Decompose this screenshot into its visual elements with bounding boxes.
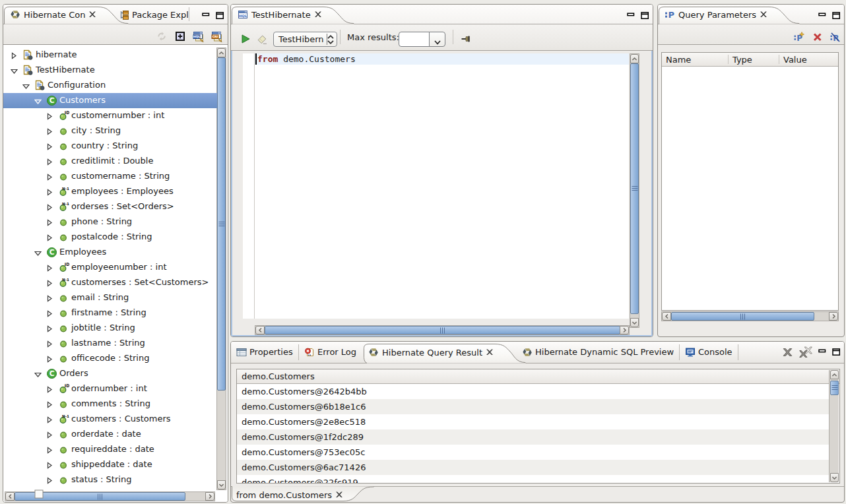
tab-hibernate-query-result[interactable]: Hibernate Query Result <box>362 342 500 363</box>
tree-item-requireddate[interactable]: requireddate : date <box>3 442 228 457</box>
tree-item-jobtitle[interactable]: jobtitle : String <box>3 321 228 336</box>
tab-query-parameters[interactable]: P Query Parameters <box>659 5 774 24</box>
tree-item-ordernumber[interactable]: IDordernumber : int <box>3 381 228 396</box>
expander-collapsed-icon[interactable] <box>46 400 53 410</box>
expander-collapsed-icon[interactable] <box>46 340 53 350</box>
tree-item-testhibernate[interactable]: TestHibernate <box>3 63 228 78</box>
maximize-view-button[interactable] <box>216 11 224 18</box>
result-column-header[interactable]: demo.Customers <box>237 369 839 383</box>
tree-item-status[interactable]: status : String <box>3 472 228 488</box>
scroll-up-button[interactable] <box>830 370 839 379</box>
tree-item-orderdate[interactable]: orderdate : date <box>3 427 228 442</box>
tab-error-log[interactable]: Error Log <box>300 343 361 361</box>
maximize-view-button[interactable] <box>641 11 649 18</box>
minimize-view-button[interactable] <box>202 11 211 18</box>
minimize-view-button[interactable] <box>627 11 635 18</box>
expander-collapsed-icon[interactable] <box>46 385 53 395</box>
run-query-icon[interactable] <box>240 33 250 44</box>
tab-properties[interactable]: Properties <box>232 343 298 361</box>
tree-item-customernumber[interactable]: IDcustomernumber : int <box>3 108 228 123</box>
tree-item-creditlimit[interactable]: creditlimit : Double <box>3 154 228 169</box>
close-icon[interactable] <box>88 11 96 18</box>
code-line[interactable]: from demo.Customers <box>257 54 356 65</box>
expander-collapsed-icon[interactable] <box>46 188 53 198</box>
tree-item-comments[interactable]: comments : String <box>3 396 228 412</box>
editor-text-area[interactable]: from demo.Customers <box>255 53 629 319</box>
scroll-right-button[interactable] <box>829 312 838 321</box>
minimize-view-button[interactable] <box>818 348 827 355</box>
expander-collapsed-icon[interactable] <box>46 158 53 168</box>
result-row[interactable]: demo.Customers@6b18e1c6 <box>237 399 829 414</box>
expander-collapsed-icon[interactable] <box>46 264 53 274</box>
tree-item-orders[interactable]: COrders <box>3 366 228 381</box>
close-page-icon[interactable] <box>783 348 793 358</box>
tree-item-orderses[interactable]: N-1orderses : Set<Orders> <box>3 199 228 214</box>
scrollbar-thumb[interactable] <box>630 63 639 314</box>
open-hql-editor-icon[interactable]: HQL <box>193 31 203 42</box>
expander-expanded-icon[interactable] <box>34 97 42 107</box>
tree-item-employees[interactable]: N-1employees : Employees <box>3 184 228 199</box>
result-vertical-scrollbar[interactable] <box>829 370 839 482</box>
result-row[interactable]: demo.Customers@22fc919 <box>237 475 829 483</box>
tree-item-customers[interactable]: N-1customers : Customers <box>3 412 228 427</box>
scrollbar-thumb[interactable] <box>671 312 814 321</box>
scrollbar-thumb[interactable] <box>830 381 839 395</box>
expander-collapsed-icon[interactable] <box>46 294 53 304</box>
tab-hibernate-dynamic-sql-preview[interactable]: Hibernate Dynamic SQL Preview <box>517 343 678 361</box>
scrollbar-thumb[interactable] <box>265 326 620 334</box>
column-value[interactable]: Value <box>779 53 836 66</box>
expander-expanded-icon[interactable] <box>34 370 42 380</box>
max-results-combo[interactable] <box>399 32 445 47</box>
close-icon[interactable] <box>760 11 767 18</box>
max-results-input[interactable] <box>399 32 430 47</box>
maximize-view-button[interactable] <box>832 11 841 18</box>
tree-item-email[interactable]: email : String <box>3 290 228 305</box>
expander-collapsed-icon[interactable] <box>46 416 53 425</box>
column-type[interactable]: Type <box>729 53 783 66</box>
close-all-pages-icon[interactable] <box>799 346 813 358</box>
scroll-up-button[interactable] <box>630 54 639 63</box>
scroll-left-button[interactable] <box>662 312 671 321</box>
params-horizontal-scrollbar[interactable] <box>661 311 839 321</box>
tree-item-employees[interactable]: CEmployees <box>3 245 228 260</box>
maximize-view-button[interactable] <box>832 348 841 355</box>
tree-item-officecode[interactable]: officecode : String <box>3 351 228 366</box>
tab-testhibernate-editor[interactable]: HQL TestHibernate <box>232 5 329 24</box>
expander-collapsed-icon[interactable] <box>46 279 53 289</box>
expander-collapsed-icon[interactable] <box>46 431 53 441</box>
tree-item-postalcode[interactable]: postalcode : String <box>3 230 228 245</box>
expander-collapsed-icon[interactable] <box>46 309 53 319</box>
close-icon[interactable] <box>486 348 494 356</box>
result-row[interactable]: demo.Customers@1f2dc289 <box>237 429 829 445</box>
result-row[interactable]: demo.Customers@6ac71426 <box>237 460 829 475</box>
refresh-icon[interactable] <box>156 31 167 42</box>
clear-editor-icon[interactable] <box>257 33 267 44</box>
tree-item-country[interactable]: country : String <box>3 139 228 154</box>
expander-expanded-icon[interactable] <box>22 82 30 92</box>
expander-collapsed-icon[interactable] <box>46 127 53 137</box>
result-row[interactable]: demo.Customers@2642b4bb <box>237 384 829 399</box>
tree-item-customerses[interactable]: N-1customerses : Set<Customers> <box>3 275 228 290</box>
expander-collapsed-icon[interactable] <box>46 461 53 471</box>
tree-item-hibernate[interactable]: hibernate <box>3 47 228 63</box>
editor-horizontal-scrollbar[interactable] <box>255 325 630 335</box>
add-configuration-icon[interactable] <box>175 31 185 42</box>
expander-expanded-icon[interactable] <box>11 67 18 77</box>
configuration-combo[interactable]: TestHibern <box>273 32 337 47</box>
scroll-right-button[interactable] <box>620 326 629 334</box>
add-parameter-icon[interactable]: P <box>794 32 804 42</box>
tab-console[interactable]: Console <box>680 343 737 361</box>
pin-editor-icon[interactable] <box>461 33 471 44</box>
expander-collapsed-icon[interactable] <box>46 218 53 228</box>
tab-hibernate-configurations[interactable]: Hibernate Con <box>4 5 103 24</box>
tree-item[interactable] <box>3 488 228 502</box>
result-row[interactable]: demo.Customers@753ec05c <box>237 445 829 460</box>
close-icon[interactable] <box>314 11 322 18</box>
column-name[interactable]: Name <box>662 53 732 66</box>
expander-collapsed-icon[interactable] <box>46 234 53 243</box>
tree-item-employeenumber[interactable]: IDemployeenumber : int <box>3 260 228 275</box>
expander-collapsed-icon[interactable] <box>46 476 53 486</box>
expander-collapsed-icon[interactable] <box>46 325 53 334</box>
close-icon[interactable] <box>335 491 343 499</box>
tree-item-city[interactable]: city : String <box>3 123 228 139</box>
